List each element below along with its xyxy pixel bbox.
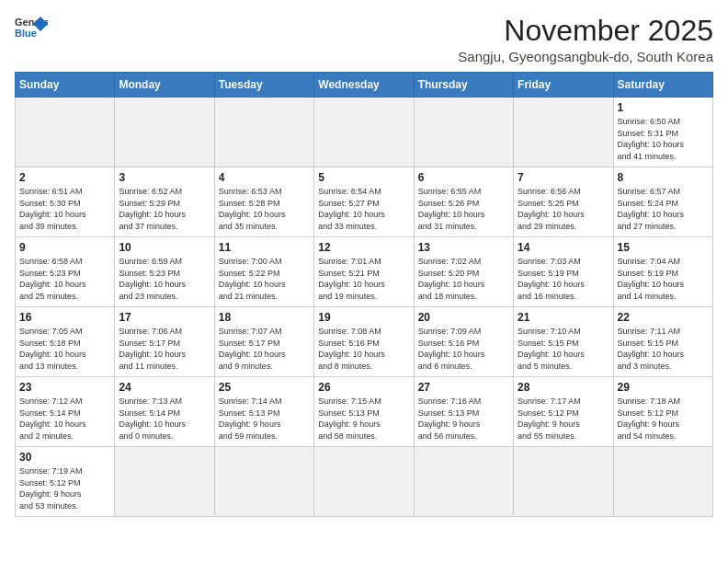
table-row: 17Sunrise: 7:06 AM Sunset: 5:17 PM Dayli… [115, 307, 214, 377]
header-thursday: Thursday [414, 73, 513, 98]
empty-cell [414, 98, 513, 167]
table-row: 7Sunrise: 6:56 AM Sunset: 5:25 PM Daylig… [514, 167, 613, 237]
day-number: 1 [618, 101, 709, 114]
table-row: 13Sunrise: 7:02 AM Sunset: 5:20 PM Dayli… [414, 237, 513, 307]
day-info: Sunrise: 7:03 AM Sunset: 5:19 PM Dayligh… [518, 256, 609, 302]
day-number: 2 [19, 171, 110, 184]
day-number: 9 [19, 241, 110, 254]
svg-text:Blue: Blue [15, 28, 37, 39]
day-info: Sunrise: 6:58 AM Sunset: 5:23 PM Dayligh… [19, 256, 110, 302]
day-number: 21 [518, 311, 609, 324]
day-number: 20 [418, 311, 509, 324]
title-area: November 2025 Sangju, Gyeongsangbuk-do, … [458, 15, 713, 64]
calendar-row: 2Sunrise: 6:51 AM Sunset: 5:30 PM Daylig… [16, 167, 713, 237]
day-number: 23 [19, 381, 110, 394]
table-row: 30Sunrise: 7:19 AM Sunset: 5:12 PM Dayli… [16, 447, 115, 517]
day-info: Sunrise: 7:09 AM Sunset: 5:16 PM Dayligh… [418, 326, 509, 372]
day-number: 27 [418, 381, 509, 394]
table-row: 21Sunrise: 7:10 AM Sunset: 5:15 PM Dayli… [514, 307, 613, 377]
day-number: 6 [418, 171, 509, 184]
day-info: Sunrise: 7:18 AM Sunset: 5:12 PM Dayligh… [618, 396, 709, 442]
day-info: Sunrise: 6:57 AM Sunset: 5:24 PM Dayligh… [618, 186, 709, 232]
day-info: Sunrise: 6:54 AM Sunset: 5:27 PM Dayligh… [318, 186, 409, 232]
day-info: Sunrise: 7:16 AM Sunset: 5:13 PM Dayligh… [418, 396, 509, 442]
empty-cell [314, 447, 414, 517]
header-wednesday: Wednesday [314, 73, 414, 98]
day-info: Sunrise: 6:53 AM Sunset: 5:28 PM Dayligh… [219, 186, 310, 232]
table-row: 9Sunrise: 6:58 AM Sunset: 5:23 PM Daylig… [16, 237, 115, 307]
empty-cell [214, 98, 313, 167]
day-info: Sunrise: 6:59 AM Sunset: 5:23 PM Dayligh… [119, 256, 210, 302]
header-saturday: Saturday [613, 73, 712, 98]
table-row: 10Sunrise: 6:59 AM Sunset: 5:23 PM Dayli… [115, 237, 214, 307]
day-info: Sunrise: 6:56 AM Sunset: 5:25 PM Dayligh… [518, 186, 609, 232]
table-row: 1Sunrise: 6:50 AM Sunset: 5:31 PM Daylig… [613, 98, 712, 167]
day-number: 26 [318, 381, 409, 394]
header-friday: Friday [514, 73, 613, 98]
day-info: Sunrise: 7:17 AM Sunset: 5:12 PM Dayligh… [518, 396, 609, 442]
day-number: 11 [219, 241, 310, 254]
day-info: Sunrise: 7:02 AM Sunset: 5:20 PM Dayligh… [418, 256, 509, 302]
day-info: Sunrise: 7:15 AM Sunset: 5:13 PM Dayligh… [318, 396, 409, 442]
day-number: 4 [219, 171, 310, 184]
calendar: Sunday Monday Tuesday Wednesday Thursday… [15, 72, 713, 517]
day-number: 19 [318, 311, 409, 324]
table-row: 11Sunrise: 7:00 AM Sunset: 5:22 PM Dayli… [214, 237, 313, 307]
empty-cell [514, 98, 613, 167]
table-row: 22Sunrise: 7:11 AM Sunset: 5:15 PM Dayli… [613, 307, 712, 377]
day-info: Sunrise: 7:04 AM Sunset: 5:19 PM Dayligh… [618, 256, 709, 302]
day-number: 30 [19, 451, 110, 464]
day-info: Sunrise: 7:14 AM Sunset: 5:13 PM Dayligh… [219, 396, 310, 442]
day-number: 5 [318, 171, 409, 184]
empty-cell [115, 98, 214, 167]
day-info: Sunrise: 7:01 AM Sunset: 5:21 PM Dayligh… [318, 256, 409, 302]
day-info: Sunrise: 7:12 AM Sunset: 5:14 PM Dayligh… [19, 396, 110, 442]
empty-cell [613, 447, 712, 517]
calendar-row: 9Sunrise: 6:58 AM Sunset: 5:23 PM Daylig… [16, 237, 713, 307]
table-row: 25Sunrise: 7:14 AM Sunset: 5:13 PM Dayli… [214, 377, 313, 447]
day-number: 7 [518, 171, 609, 184]
day-number: 8 [618, 171, 709, 184]
table-row: 29Sunrise: 7:18 AM Sunset: 5:12 PM Dayli… [613, 377, 712, 447]
table-row: 3Sunrise: 6:52 AM Sunset: 5:29 PM Daylig… [115, 167, 214, 237]
empty-cell [314, 98, 414, 167]
calendar-row: 23Sunrise: 7:12 AM Sunset: 5:14 PM Dayli… [16, 377, 713, 447]
table-row: 2Sunrise: 6:51 AM Sunset: 5:30 PM Daylig… [16, 167, 115, 237]
empty-cell [115, 447, 214, 517]
day-number: 10 [119, 241, 210, 254]
header-sunday: Sunday [16, 73, 115, 98]
weekday-header-row: Sunday Monday Tuesday Wednesday Thursday… [16, 73, 713, 98]
day-info: Sunrise: 7:08 AM Sunset: 5:16 PM Dayligh… [318, 326, 409, 372]
table-row: 8Sunrise: 6:57 AM Sunset: 5:24 PM Daylig… [613, 167, 712, 237]
location-title: Sangju, Gyeongsangbuk-do, South Korea [458, 49, 713, 64]
day-info: Sunrise: 6:55 AM Sunset: 5:26 PM Dayligh… [418, 186, 509, 232]
table-row: 24Sunrise: 7:13 AM Sunset: 5:14 PM Dayli… [115, 377, 214, 447]
empty-cell [514, 447, 613, 517]
table-row: 18Sunrise: 7:07 AM Sunset: 5:17 PM Dayli… [214, 307, 313, 377]
table-row: 14Sunrise: 7:03 AM Sunset: 5:19 PM Dayli… [514, 237, 613, 307]
table-row: 6Sunrise: 6:55 AM Sunset: 5:26 PM Daylig… [414, 167, 513, 237]
header: General Blue November 2025 Sangju, Gyeon… [15, 15, 713, 64]
table-row: 27Sunrise: 7:16 AM Sunset: 5:13 PM Dayli… [414, 377, 513, 447]
day-number: 28 [518, 381, 609, 394]
day-number: 25 [219, 381, 310, 394]
day-info: Sunrise: 7:19 AM Sunset: 5:12 PM Dayligh… [19, 465, 110, 511]
day-number: 13 [418, 241, 509, 254]
day-info: Sunrise: 7:05 AM Sunset: 5:18 PM Dayligh… [19, 326, 110, 372]
day-info: Sunrise: 6:50 AM Sunset: 5:31 PM Dayligh… [618, 116, 709, 162]
day-info: Sunrise: 7:06 AM Sunset: 5:17 PM Dayligh… [119, 326, 210, 372]
day-number: 16 [19, 311, 110, 324]
day-info: Sunrise: 7:10 AM Sunset: 5:15 PM Dayligh… [518, 326, 609, 372]
day-info: Sunrise: 7:13 AM Sunset: 5:14 PM Dayligh… [119, 396, 210, 442]
table-row: 4Sunrise: 6:53 AM Sunset: 5:28 PM Daylig… [214, 167, 313, 237]
day-number: 3 [119, 171, 210, 184]
table-row: 26Sunrise: 7:15 AM Sunset: 5:13 PM Dayli… [314, 377, 414, 447]
table-row: 15Sunrise: 7:04 AM Sunset: 5:19 PM Dayli… [613, 237, 712, 307]
table-row: 12Sunrise: 7:01 AM Sunset: 5:21 PM Dayli… [314, 237, 414, 307]
table-row: 20Sunrise: 7:09 AM Sunset: 5:16 PM Dayli… [414, 307, 513, 377]
empty-cell [214, 447, 313, 517]
day-number: 22 [618, 311, 709, 324]
logo: General Blue [15, 15, 48, 42]
day-number: 12 [318, 241, 409, 254]
table-row: 23Sunrise: 7:12 AM Sunset: 5:14 PM Dayli… [16, 377, 115, 447]
